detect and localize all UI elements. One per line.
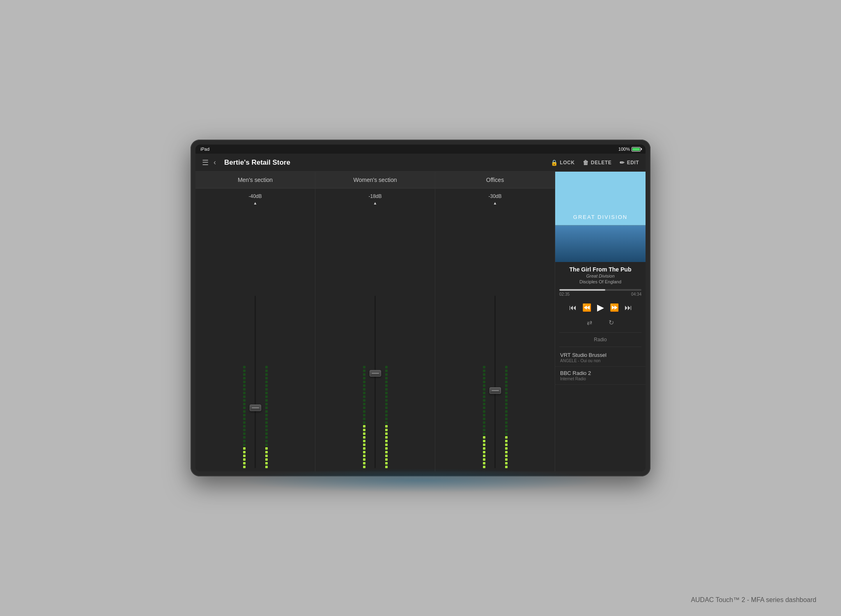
right-panel: GREAT DIVISION The Girl From The Pub Gre… [555, 172, 646, 471]
zone-offices-faders [435, 209, 555, 468]
back-icon[interactable]: ‹ [214, 158, 216, 167]
zone-womens-vu-left [362, 296, 366, 468]
skip-forward-button[interactable]: ⏭ [625, 303, 632, 312]
radio-item-0-name: VRT Studio Brussel [560, 352, 641, 358]
edit-button[interactable]: ✏ EDIT [620, 159, 639, 166]
zone-mens-vu-left [242, 296, 246, 468]
radio-item-0[interactable]: VRT Studio Brussel ANGELE - Oui ou non [555, 349, 646, 367]
zone-mens: Men's section -40dB ▲ [195, 172, 315, 471]
transport-controls: ⏮ ⏪ ▶ ⏩ ⏭ [555, 299, 646, 316]
total-time: 04:34 [631, 292, 641, 297]
rewind-button[interactable]: ⏪ [582, 303, 591, 312]
header-right: 🔒 LOCK 🗑 DELETE ✏ EDIT [551, 159, 639, 166]
zone-offices-fader-handle[interactable] [489, 387, 501, 394]
zone-offices-fader-track [494, 296, 496, 468]
hamburger-icon[interactable]: ☰ [202, 158, 209, 167]
progress-container[interactable]: 02:35 04:34 [555, 287, 646, 299]
zone-offices-arrow: ▲ [493, 201, 497, 205]
page-title: Bertie's Retail Store [224, 159, 290, 167]
battery-fill [632, 148, 640, 151]
zone-offices: Offices -30dB ▲ [435, 172, 555, 471]
battery-icon [632, 147, 641, 152]
mixer-panel: Men's section -40dB ▲ [195, 172, 555, 471]
zone-womens-fader-track [375, 296, 376, 468]
battery-pct: 100% [618, 147, 630, 152]
lock-button[interactable]: 🔒 LOCK [551, 159, 575, 166]
status-bar: iPad 100% [195, 145, 646, 154]
zone-mens-fader-handle[interactable] [250, 405, 261, 411]
zone-mens-vu-right [264, 296, 269, 468]
zone-offices-fader[interactable] [491, 296, 499, 468]
zone-womens-db: -18dB [368, 193, 381, 199]
footer-text: AUDAC Touch™ 2 - MFA series dashboard [691, 596, 816, 604]
current-time: 02:35 [559, 292, 570, 297]
radio-item-0-subtitle: ANGELE - Oui ou non [560, 359, 641, 363]
radio-item-1-subtitle: Internet Radio [560, 377, 641, 381]
ipad-screen: iPad 100% ☰ ‹ Bertie's Retail Store [195, 145, 646, 471]
play-pause-button[interactable]: ▶ [597, 302, 604, 313]
header: ☰ ‹ Bertie's Retail Store 🔒 LOCK 🗑 DELET… [195, 154, 646, 172]
track-artist: Great Division [559, 274, 641, 278]
radio-section-label: Radio [555, 334, 646, 345]
lock-icon: 🔒 [551, 159, 558, 166]
track-info: The Girl From The Pub Great Division Dis… [555, 262, 646, 287]
skip-back-button[interactable]: ⏮ [569, 303, 577, 312]
trash-icon: 🗑 [583, 159, 589, 166]
track-album: Disciples Of England [559, 279, 641, 284]
zone-mens-header: Men's section [195, 172, 315, 188]
battery-indicator: 100% [618, 147, 641, 152]
repeat-button[interactable]: ↻ [609, 319, 614, 326]
zone-womens-fader[interactable] [371, 296, 379, 468]
zone-womens-faders [315, 209, 435, 468]
page-wrapper: iPad 100% ☰ ‹ Bertie's Retail Store [0, 0, 841, 616]
delete-button[interactable]: 🗑 DELETE [583, 159, 611, 166]
pencil-icon: ✏ [620, 159, 625, 166]
zone-offices-body: -30dB ▲ [435, 188, 555, 471]
radio-item-1-name: BBC Radio 2 [560, 370, 641, 376]
zone-mens-fader-track [255, 296, 256, 468]
zone-womens-body: -18dB ▲ [315, 188, 435, 471]
progress-fill [559, 289, 605, 291]
zone-mens-fader[interactable] [251, 296, 260, 468]
zone-mens-arrow: ▲ [253, 201, 257, 205]
section-divider [559, 332, 641, 333]
zone-offices-db: -30dB [488, 193, 501, 199]
zone-mens-body: -40dB ▲ [195, 188, 315, 471]
zone-womens-vu-right [384, 296, 388, 468]
album-art-horizon [555, 225, 646, 226]
zone-offices-header: Offices [435, 172, 555, 188]
track-title: The Girl From The Pub [559, 266, 641, 273]
album-art: GREAT DIVISION [555, 172, 646, 262]
progress-bar[interactable] [559, 289, 641, 291]
ipad-shadow [236, 468, 605, 493]
album-art-title: GREAT DIVISION [573, 214, 627, 220]
ipad-frame: iPad 100% ☰ ‹ Bertie's Retail Store [191, 140, 650, 476]
zone-offices-vu-right [504, 296, 508, 468]
zone-mens-faders [195, 209, 315, 468]
zone-mens-db: -40dB [248, 193, 262, 199]
progress-times: 02:35 04:34 [559, 292, 641, 297]
mode-controls: ⇄ ↻ [555, 316, 646, 331]
section-divider-2 [559, 347, 641, 347]
radio-item-1[interactable]: BBC Radio 2 Internet Radio [555, 367, 646, 385]
zone-womens-fader-handle[interactable] [370, 370, 381, 377]
header-left: ☰ ‹ Bertie's Retail Store [202, 158, 290, 167]
shuffle-button[interactable]: ⇄ [587, 319, 592, 326]
zone-offices-vu-left [482, 296, 486, 468]
zone-womens-arrow: ▲ [373, 201, 377, 205]
fast-forward-button[interactable]: ⏩ [610, 303, 619, 312]
zone-womens: Women's section -18dB ▲ [315, 172, 435, 471]
main-content: Men's section -40dB ▲ [195, 172, 646, 471]
device-model: iPad [200, 147, 209, 152]
zone-womens-header: Women's section [315, 172, 435, 188]
zones-container: Men's section -40dB ▲ [195, 172, 555, 471]
